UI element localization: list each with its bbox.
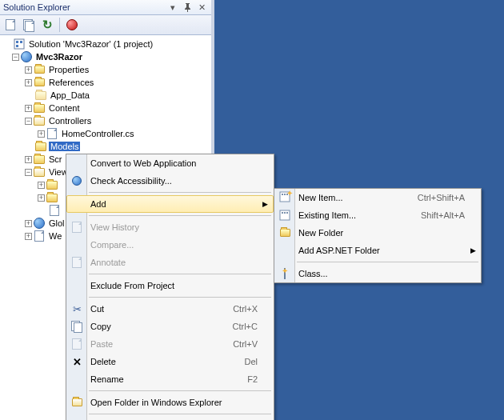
menu-item-open-folder[interactable]: Open Folder in Windows Explorer [66,394,274,411]
expander-icon[interactable]: − [25,118,32,125]
global-asax-icon [33,217,46,230]
menu-separator [89,215,271,216]
expander-icon[interactable]: + [38,194,45,202]
menu-item-delete[interactable]: ✕DeleteDel [66,353,274,370]
tree-item-label[interactable]: References [47,78,95,87]
config-file-icon [33,230,46,242]
folder-icon [33,153,46,166]
tree-item-label[interactable]: HomeController.cs [60,129,135,138]
expander-icon[interactable]: + [25,105,32,112]
menu-item-copy[interactable]: CopyCtrl+C [66,318,274,335]
toolbar-separator [59,18,60,32]
expander-icon[interactable]: + [25,79,32,86]
menu-item-annotate: Annotate [66,254,274,271]
panel-title-bar: Solution Explorer ▾ ✕ [0,0,211,15]
svg-rect-0 [14,39,24,49]
solution-label[interactable]: Solution 'Mvc3Razor' (1 project) [27,39,154,49]
new-folder-icon [278,226,292,240]
menu-item-properties[interactable]: Properties [66,417,274,420]
menu-separator [89,390,271,391]
menu-item-new-item[interactable]: ✦New Item...Ctrl+Shift+A [274,189,481,206]
tree-item-label[interactable]: Content [47,103,82,113]
svg-rect-5 [282,194,283,195]
project-icon [20,50,33,63]
menu-item-add[interactable]: Add▶ [66,195,274,213]
svg-rect-9 [282,212,283,214]
expander-icon[interactable]: + [25,156,32,163]
panel-toolbar: ↻ [0,15,211,35]
svg-rect-2 [20,41,22,43]
menu-separator [89,274,271,274]
svg-rect-11 [286,212,288,214]
menu-item-compare: Compare... [66,236,274,254]
menu-item-paste: PasteCtrl+V [66,335,274,353]
context-menu: Convert to Web Application Check Accessi… [66,154,274,420]
svg-rect-8 [280,210,290,220]
folder-icon [46,178,58,191]
menu-item-asp-folder[interactable]: Add ASP.NET Folder▶ [274,242,481,259]
chevron-right-icon: ▶ [470,246,476,254]
svg-rect-10 [284,212,286,214]
panel-title: Solution Explorer [3,2,165,12]
menu-item-existing-item[interactable]: Existing Item...Shift+Alt+A [274,206,481,224]
folder-icon [34,140,47,153]
menu-item-new-folder[interactable]: New Folder [274,224,481,242]
menu-item-cut[interactable]: ✂CutCtrl+X [66,300,274,318]
project-label[interactable]: Mvc3Razor [34,52,84,62]
show-all-icon[interactable] [21,17,37,33]
delete-icon: ✕ [70,354,84,369]
svg-rect-6 [284,194,286,195]
menu-item-rename[interactable]: RenameF2 [66,370,274,388]
expander-icon[interactable]: + [38,130,45,138]
dropdown-icon[interactable]: ▾ [166,2,179,13]
menu-item-convert[interactable]: Convert to Web Application [66,154,274,172]
add-submenu: ✦New Item...Ctrl+Shift+A Existing Item..… [274,188,482,283]
expander-icon[interactable]: + [25,66,32,74]
tree-item-label[interactable]: Properties [47,65,90,74]
expander-icon[interactable]: + [25,220,32,227]
folder-icon [33,102,46,114]
tree-item-label[interactable]: Scr [47,154,64,164]
menu-item-class[interactable]: ✦Class... [274,265,481,282]
folder-open-icon [33,114,46,127]
svg-rect-3 [16,45,18,47]
tree-item-label[interactable]: App_Data [49,90,91,100]
expander-icon[interactable]: + [25,233,32,240]
svg-rect-1 [16,41,18,43]
menu-separator [297,262,478,262]
existing-item-icon [278,208,292,222]
references-icon [33,76,46,89]
config-file-icon [48,204,61,217]
chevron-right-icon: ▶ [262,200,268,208]
folder-open-icon [70,395,84,410]
paste-icon [70,337,84,351]
menu-item-view-history: View History [66,218,274,236]
refresh-icon[interactable]: ↻ [39,17,55,33]
menu-separator [89,192,271,193]
tree-item-label[interactable]: Controllers [47,116,93,126]
folder-icon [34,89,47,102]
close-icon[interactable]: ✕ [195,2,208,13]
tree-item-selected[interactable]: Models [49,142,80,151]
menu-item-check-accessibility[interactable]: Check Accessibility... [66,172,274,190]
csharp-file-icon [46,127,58,140]
expander-icon[interactable] [2,39,12,49]
tree-item-label[interactable]: We [47,231,63,241]
menu-item-exclude[interactable]: Exclude From Project [66,277,274,294]
history-icon [70,220,84,234]
copy-icon [70,319,84,334]
expander-icon[interactable]: + [38,182,45,189]
tree-item-label[interactable]: Glol [47,218,66,228]
nest-icon[interactable] [64,17,80,33]
new-item-icon: ✦ [278,190,292,205]
accessibility-icon [70,174,84,188]
properties-icon[interactable] [2,17,18,33]
annotate-icon [70,255,84,270]
solution-icon [13,38,26,50]
expander-icon[interactable]: − [12,54,19,61]
cut-icon: ✂ [70,302,84,316]
expander-icon[interactable]: − [25,169,32,176]
pin-icon[interactable] [181,2,194,13]
class-icon: ✦ [278,266,292,281]
folder-icon [46,191,58,204]
